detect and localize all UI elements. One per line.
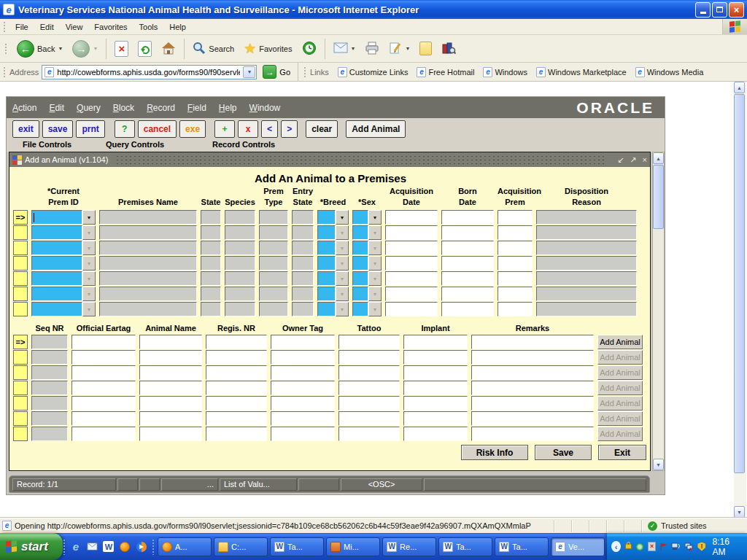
acquisition-prem-field[interactable] (498, 225, 533, 240)
task-ta-word[interactable]: WTa... (495, 537, 549, 556)
acquisition-prem-field[interactable] (498, 256, 533, 271)
remarks-field[interactable] (471, 427, 594, 441)
regis-nr-field[interactable] (206, 396, 267, 411)
current-prem-id-field[interactable]: ▼ (31, 256, 96, 271)
oracle-add-animal-button[interactable]: Add Animal (346, 120, 406, 138)
record-indicator[interactable] (13, 365, 28, 380)
sex-field[interactable]: ▼ (352, 287, 382, 301)
refresh-button[interactable] (134, 39, 155, 58)
restore-down-icon[interactable]: ↙ (617, 155, 624, 165)
remarks-field[interactable] (471, 411, 594, 426)
link-windows[interactable]: eWindows (483, 67, 527, 77)
oracle-clear-button[interactable]: clear (306, 120, 338, 138)
scrollbar-thumb[interactable] (653, 165, 664, 229)
task-ta-word[interactable]: WTa... (438, 537, 492, 556)
oracle-menu-query[interactable]: Query (77, 103, 101, 113)
tattoo-field[interactable] (338, 381, 400, 395)
address-dropdown-button[interactable]: ▼ (243, 66, 255, 78)
acquisition-date-field[interactable] (385, 287, 438, 301)
add-animal-row-button[interactable]: Add Animal (597, 335, 643, 349)
oracle-cancel-query-button[interactable]: cancel (138, 120, 177, 138)
acquisition-prem-field[interactable] (498, 241, 533, 255)
edit-button[interactable]: ▼ (385, 40, 414, 58)
official-eartag-field[interactable] (71, 396, 136, 411)
current-prem-id-field[interactable]: ▼ (31, 302, 96, 316)
acquisition-date-field[interactable] (385, 210, 438, 225)
born-date-field[interactable] (441, 302, 494, 316)
record-indicator[interactable] (13, 256, 28, 271)
animal-name-field[interactable] (139, 381, 202, 395)
maximize-button[interactable] (712, 2, 727, 18)
maximize-form-icon[interactable]: ↗ (630, 155, 636, 165)
remarks-field[interactable] (471, 365, 594, 380)
page-scroll-down-button[interactable]: ▼ (734, 506, 745, 518)
acquisition-prem-field[interactable] (498, 271, 533, 286)
sex-field[interactable]: ▼ (352, 302, 382, 316)
oracle-menu-action[interactable]: Action (12, 103, 36, 113)
oracle-save-button[interactable]: save (42, 120, 74, 138)
print-button[interactable] (361, 40, 383, 58)
current-prem-id-field[interactable]: ▼ (31, 210, 96, 225)
remarks-field[interactable] (471, 335, 594, 349)
sex-field[interactable]: ▼ (352, 241, 382, 255)
regis-nr-field[interactable] (206, 427, 267, 441)
acquisition-date-field[interactable] (385, 256, 438, 271)
edit-dropdown-icon[interactable]: ▼ (405, 46, 410, 51)
scroll-up-button[interactable]: ▲ (653, 152, 664, 164)
oracle-menu-window[interactable]: Window (249, 103, 281, 113)
implant-field[interactable] (403, 381, 468, 395)
risk-info-button[interactable]: Risk Info (461, 445, 528, 460)
exit-button[interactable]: Exit (598, 445, 646, 460)
record-indicator[interactable] (13, 427, 28, 441)
quicklaunch-word-icon[interactable]: W (103, 541, 114, 552)
current-prem-id-field[interactable]: ▼ (31, 271, 96, 286)
minimize-button[interactable] (695, 2, 711, 18)
current-prem-id-field[interactable]: ▼ (31, 287, 96, 301)
oracle-menu-field[interactable]: Field (187, 103, 206, 113)
sex-dropdown-button[interactable]: ▼ (368, 210, 382, 225)
tattoo-field[interactable] (338, 365, 400, 380)
page-scroll-up-button[interactable]: ▲ (734, 82, 745, 93)
breed-field[interactable]: ▼ (317, 271, 349, 286)
tray-security-shield-icon[interactable]: ! (697, 542, 705, 551)
animal-name-field[interactable] (139, 365, 202, 380)
task-mi-ppt[interactable]: Mi... (326, 537, 380, 556)
close-button[interactable]: × (729, 2, 744, 18)
owner-tag-field[interactable] (271, 427, 335, 441)
history-button[interactable] (298, 39, 320, 58)
record-indicator[interactable] (13, 350, 28, 365)
sex-field[interactable]: ▼ (352, 225, 382, 240)
research-button[interactable] (438, 40, 460, 58)
record-indicator[interactable]: => (13, 210, 28, 225)
quicklaunch-app-icon[interactable] (118, 540, 131, 553)
acquisition-prem-field[interactable] (498, 210, 533, 225)
remarks-field[interactable] (471, 396, 594, 411)
menu-edit[interactable]: Edit (34, 20, 60, 34)
tray-doc-error-icon[interactable]: × (648, 542, 656, 551)
official-eartag-field[interactable] (71, 381, 136, 395)
owner-tag-field[interactable] (271, 411, 335, 426)
oracle-menu-edit[interactable]: Edit (49, 103, 64, 113)
address-input[interactable]: e http://cowebforms.aphis.usda.gov/forms… (42, 65, 257, 79)
taskbar-clock[interactable]: 8:16 AM (712, 537, 739, 557)
owner-tag-field[interactable] (271, 381, 335, 395)
official-eartag-field[interactable] (71, 411, 136, 426)
implant-field[interactable] (403, 411, 468, 426)
implant-field[interactable] (403, 427, 468, 441)
link-windows-media[interactable]: eWindows Media (635, 67, 704, 77)
task-re-word[interactable]: WRe... (382, 537, 436, 556)
breed-field[interactable]: ▼ (317, 210, 349, 225)
record-indicator[interactable]: => (13, 335, 28, 349)
born-date-field[interactable] (441, 210, 494, 225)
current-prem-id-field[interactable]: ▼ (31, 241, 96, 255)
implant-field[interactable] (403, 335, 468, 349)
regis-nr-field[interactable] (206, 350, 267, 365)
go-button[interactable]: → Go (263, 65, 290, 79)
acquisition-date-field[interactable] (385, 241, 438, 255)
born-date-field[interactable] (441, 241, 494, 255)
start-button[interactable]: start (0, 533, 63, 560)
tattoo-field[interactable] (338, 396, 400, 411)
tattoo-field[interactable] (338, 411, 400, 426)
oracle-print-button[interactable]: prnt (76, 120, 104, 138)
sex-field[interactable]: ▼ (352, 256, 382, 271)
